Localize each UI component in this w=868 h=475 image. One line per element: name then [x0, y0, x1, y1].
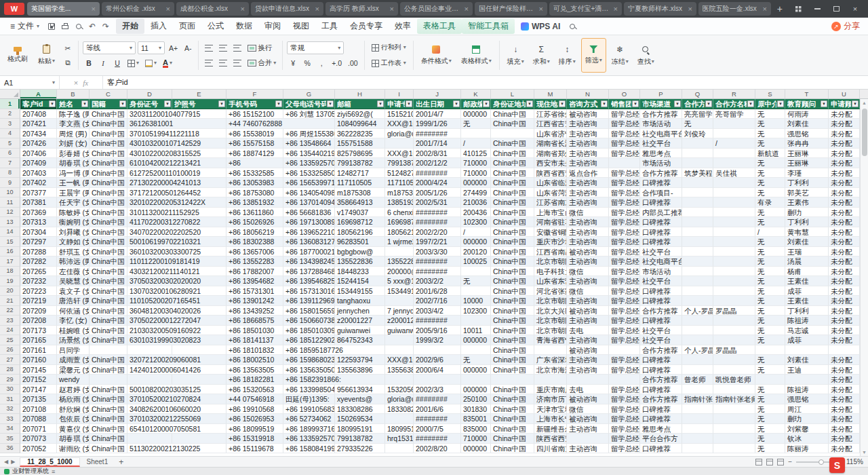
cell[interactable]: 180562196 — [385, 227, 414, 238]
cell[interactable]: 罗晶晶 — [713, 345, 755, 356]
cell[interactable]: China中国 — [90, 138, 127, 149]
cell[interactable]: 110105200207165451 — [127, 296, 172, 306]
cell[interactable]: 丁利利 — [785, 178, 829, 188]
cell[interactable]: XXX@163.( — [385, 149, 414, 159]
cell[interactable]: 社交电商平台 — [640, 129, 682, 139]
cell[interactable]: 无 — [755, 326, 785, 336]
cell[interactable] — [172, 345, 226, 356]
row-number[interactable]: 3 — [0, 119, 20, 129]
cell[interactable] — [491, 129, 534, 139]
cell[interactable]: ######## — [414, 217, 461, 227]
cell[interactable]: 710000 — [461, 434, 491, 444]
cell[interactable]: 155751588 — [335, 138, 385, 149]
name-box[interactable]: A1 ▾ — [0, 76, 60, 89]
cell[interactable]: 吴佳祺 — [713, 168, 755, 178]
cell[interactable]: 2002/7/16 — [414, 296, 461, 306]
cell[interactable]: 207165 — [20, 335, 57, 345]
cell[interactable]: 207071 — [20, 424, 57, 434]
cell[interactable]: +86 1582391866: — [283, 375, 335, 385]
cell[interactable]: 江西省吉安 — [534, 119, 567, 129]
sort-button[interactable]: ↕排序▾ — [555, 38, 579, 73]
cell[interactable]: 371721200501264452 — [127, 188, 172, 198]
cell[interactable]: 000000 — [461, 109, 491, 119]
cell[interactable]: 2002/12/2 — [414, 158, 461, 168]
cell[interactable]: gloria@uk — [385, 129, 414, 139]
cell[interactable]: 主动咨询 — [567, 188, 609, 198]
cell[interactable]: 207304 — [20, 227, 57, 238]
cell[interactable]: +86 13548664 — [283, 138, 335, 149]
cell[interactable]: 无 — [755, 335, 785, 345]
cell[interactable]: 153205635 — [385, 385, 414, 395]
cell[interactable]: 安徽省铜陵 — [534, 227, 567, 238]
row-number[interactable]: 33 — [0, 414, 20, 424]
row-number[interactable]: 4 — [0, 129, 20, 139]
cell[interactable]: 207402 — [20, 178, 57, 188]
cell[interactable]: 无 — [755, 365, 785, 375]
cell[interactable]: 何雨涛 — [785, 109, 829, 119]
cell[interactable]: China中国 — [491, 197, 534, 208]
cell[interactable]: China中国 — [90, 394, 127, 404]
cell[interactable]: 口碑推荐 — [640, 286, 682, 297]
filter-dropdown-icon[interactable]: ▼ — [559, 100, 566, 107]
cell[interactable]: 210036 — [461, 197, 491, 208]
cell[interactable]: 1999/1/26 — [414, 119, 461, 129]
cell[interactable]: 主动咨询 — [567, 335, 609, 345]
cell[interactable]: 无 — [755, 208, 785, 218]
cell[interactable]: +86 15538019 — [226, 129, 283, 139]
cell[interactable]: China中国 — [90, 149, 127, 159]
formula-input[interactable]: 客户id — [103, 77, 868, 88]
cell[interactable]: 未分配 — [829, 129, 860, 139]
cell[interactable]: +86 15320563 — [226, 385, 283, 395]
cell[interactable]: 未分配 — [829, 355, 860, 365]
cell[interactable]: 王素佳 — [785, 276, 829, 286]
cell[interactable]: 罗晶晶 — [713, 306, 755, 316]
cell[interactable]: 袁文子 (女 — [57, 286, 90, 297]
cell[interactable] — [461, 375, 491, 385]
cell[interactable]: 吕同学 — [57, 345, 90, 356]
cell[interactable]: 2003/2/2 — [414, 276, 461, 286]
cell[interactable]: China中国 — [90, 335, 127, 345]
cell[interactable]: 150269534 — [335, 414, 385, 424]
cell[interactable]: 冯一博 (男 — [57, 168, 90, 178]
cell[interactable]: 207369 — [20, 208, 57, 218]
file-tab[interactable]: 贷款申请信息.xlsx× — [251, 2, 323, 16]
close-tab-icon[interactable]: × — [241, 5, 245, 13]
cell[interactable]: China中国 — [90, 404, 127, 415]
cell[interactable]: +86 1899937166: — [283, 424, 335, 434]
cell[interactable]: 刘俊玲 — [682, 129, 713, 139]
cell[interactable]: 122593794 — [335, 355, 385, 365]
cell[interactable]: +86 1533258500 — [283, 168, 335, 178]
cell[interactable]: 合作方推荐 — [640, 375, 682, 385]
cell[interactable] — [682, 414, 713, 424]
cell[interactable]: 汤晨 — [785, 256, 829, 267]
close-tab-icon[interactable]: × — [166, 5, 170, 13]
cancel-entry-icon[interactable]: × — [74, 79, 78, 87]
cell[interactable]: / — [461, 227, 491, 238]
cell[interactable]: 天津市宝坻 — [534, 404, 567, 415]
column-header-D[interactable]: D — [127, 90, 172, 98]
cell[interactable] — [713, 296, 755, 306]
cell[interactable] — [713, 149, 755, 159]
row-number[interactable]: 30 — [0, 385, 20, 395]
cell[interactable]: 市场活动 — [640, 267, 682, 277]
cell[interactable] — [385, 444, 414, 454]
cell[interactable] — [829, 345, 860, 356]
cell[interactable]: 刘素佳 — [785, 119, 829, 129]
cell[interactable]: 北京市朝阳 — [534, 296, 567, 306]
cell[interactable]: z20001227 — [335, 316, 385, 326]
cell[interactable]: 留学总经理 — [609, 149, 640, 159]
cell[interactable]: m1875308 — [385, 188, 414, 198]
cell[interactable]: 430321200211140121 — [127, 267, 172, 277]
cell[interactable]: 广东省深圳 — [534, 355, 567, 365]
align-middle-button[interactable] — [217, 42, 229, 54]
row-number[interactable]: 24 — [0, 326, 20, 336]
cell[interactable]: 未分配 — [829, 306, 860, 316]
close-tab-icon[interactable]: × — [464, 5, 468, 13]
cell[interactable]: 留学总经理 — [609, 404, 640, 415]
cell[interactable]: 410125 — [461, 149, 491, 159]
row-number[interactable]: 1 — [0, 99, 20, 109]
cell[interactable]: 169698712 — [335, 217, 385, 227]
cell[interactable]: 返点合作 — [567, 168, 609, 178]
cell[interactable]: 微信 — [567, 267, 609, 277]
cell[interactable]: 无 — [755, 434, 785, 444]
